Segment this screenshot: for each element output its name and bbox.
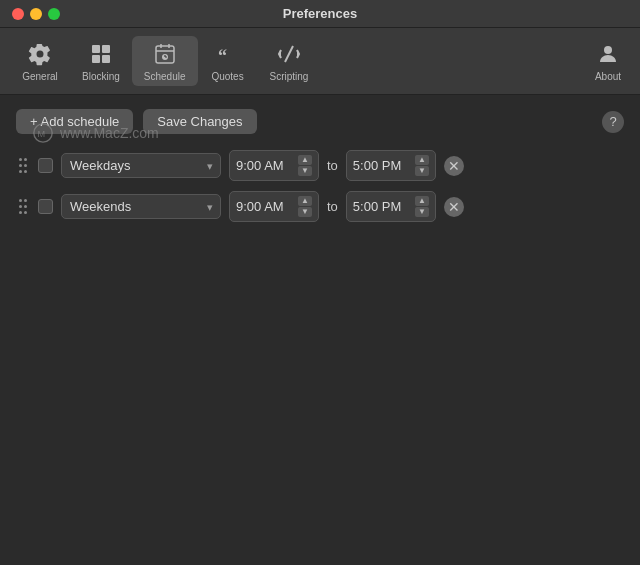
toolbar-item-blocking[interactable]: Blocking xyxy=(70,36,132,86)
end-time-value: 5:00 PM xyxy=(353,158,401,173)
toolbar: General Blocking Schedule “ Quotes Scrip… xyxy=(0,28,640,95)
scripting-label: Scripting xyxy=(270,71,309,82)
start-time-up[interactable]: ▲ xyxy=(298,155,312,165)
schedule-checkbox[interactable] xyxy=(38,158,53,173)
titlebar: Preferences xyxy=(0,0,640,28)
general-label: General xyxy=(22,71,58,82)
day-select-wrapper: Weekdays Weekends Every Day Monday Tuesd… xyxy=(61,194,221,219)
toolbar-item-scripting[interactable]: Scripting xyxy=(258,36,321,86)
end-time-picker: 5:00 PM ▲ ▼ xyxy=(346,150,436,181)
maximize-button[interactable] xyxy=(48,8,60,20)
schedule-row: Weekdays Weekends Every Day Monday Tuesd… xyxy=(16,191,624,222)
watermark-text: www.MacZ.com xyxy=(60,125,159,141)
end-time-down-2[interactable]: ▼ xyxy=(415,207,429,217)
svg-text:M: M xyxy=(38,129,46,139)
start-time-value-2: 9:00 AM xyxy=(236,199,284,214)
start-time-down-2[interactable]: ▼ xyxy=(298,207,312,217)
day-select-wrapper: Weekdays Weekends Every Day Monday Tuesd… xyxy=(61,153,221,178)
end-time-up[interactable]: ▲ xyxy=(415,155,429,165)
start-time-spinners: ▲ ▼ xyxy=(298,155,312,176)
quotes-icon: “ xyxy=(214,40,242,68)
svg-point-13 xyxy=(604,46,612,54)
svg-rect-3 xyxy=(102,55,110,63)
traffic-lights xyxy=(12,8,60,20)
schedule-row: Weekdays Weekends Every Day Monday Tuesd… xyxy=(16,150,624,181)
end-time-spinners: ▲ ▼ xyxy=(415,155,429,176)
schedule-label: Schedule xyxy=(144,71,186,82)
blocking-icon xyxy=(87,40,115,68)
svg-rect-1 xyxy=(102,45,110,53)
drag-handle[interactable] xyxy=(16,197,30,216)
window-title: Preferences xyxy=(283,6,357,21)
end-time-spinners-2: ▲ ▼ xyxy=(415,196,429,217)
toolbar-item-about[interactable]: About xyxy=(586,36,630,86)
toolbar-item-schedule[interactable]: Schedule xyxy=(132,36,198,86)
start-time-picker-2: 9:00 AM ▲ ▼ xyxy=(229,191,319,222)
main-content: + Add schedule Save Changes ? Weekdays W… xyxy=(0,95,640,278)
end-time-up-2[interactable]: ▲ xyxy=(415,196,429,206)
schedule-icon xyxy=(151,40,179,68)
general-icon xyxy=(26,40,54,68)
start-time-value: 9:00 AM xyxy=(236,158,284,173)
to-label: to xyxy=(327,158,338,173)
day-select[interactable]: Weekdays Weekends Every Day Monday Tuesd… xyxy=(61,153,221,178)
svg-rect-2 xyxy=(92,55,100,63)
start-time-up-2[interactable]: ▲ xyxy=(298,196,312,206)
about-label: About xyxy=(595,71,621,82)
drag-handle[interactable] xyxy=(16,156,30,175)
start-time-down[interactable]: ▼ xyxy=(298,166,312,176)
quotes-label: Quotes xyxy=(211,71,243,82)
minimize-button[interactable] xyxy=(30,8,42,20)
blocking-label: Blocking xyxy=(82,71,120,82)
schedule-checkbox[interactable] xyxy=(38,199,53,214)
watermark-icon: M xyxy=(32,122,54,144)
end-time-picker-2: 5:00 PM ▲ ▼ xyxy=(346,191,436,222)
svg-text:“: “ xyxy=(218,46,227,66)
close-button[interactable] xyxy=(12,8,24,20)
toolbar-item-general[interactable]: General xyxy=(10,36,70,86)
svg-line-12 xyxy=(285,46,293,62)
svg-rect-0 xyxy=(92,45,100,53)
watermark: M www.MacZ.com xyxy=(32,122,640,144)
remove-schedule-button-2[interactable]: ✕ xyxy=(444,197,464,217)
to-label-2: to xyxy=(327,199,338,214)
scripting-icon xyxy=(275,40,303,68)
about-icon xyxy=(594,40,622,68)
start-time-picker: 9:00 AM ▲ ▼ xyxy=(229,150,319,181)
toolbar-item-quotes[interactable]: “ Quotes xyxy=(198,36,258,86)
day-select[interactable]: Weekdays Weekends Every Day Monday Tuesd… xyxy=(61,194,221,219)
start-time-spinners-2: ▲ ▼ xyxy=(298,196,312,217)
end-time-value-2: 5:00 PM xyxy=(353,199,401,214)
end-time-down[interactable]: ▼ xyxy=(415,166,429,176)
remove-schedule-button[interactable]: ✕ xyxy=(444,156,464,176)
